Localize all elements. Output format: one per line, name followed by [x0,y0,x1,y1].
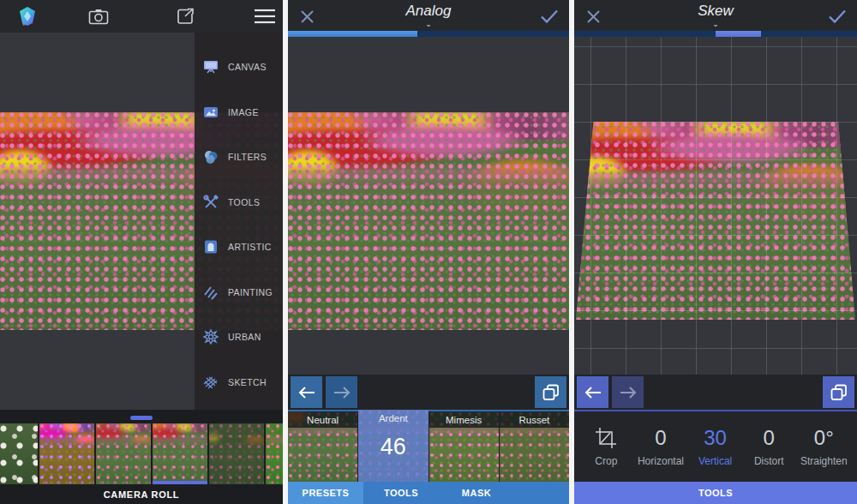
copy-settings-icon[interactable] [823,376,854,408]
filter-strength-slider[interactable] [288,31,569,37]
thumbnail-orange-field[interactable] [39,423,94,484]
thumbnail-selected[interactable] [153,423,207,484]
filters-icon [202,148,219,165]
crop-icon [595,427,617,449]
painting-icon [202,284,219,301]
urban-icon [202,328,219,345]
crop-control[interactable]: Crop [584,427,628,467]
vertical-control[interactable]: 30 Vertical [693,427,738,467]
preset-strip: Neutral Ardent 46 Mimesis Russet [288,411,569,482]
tools-icon [202,194,219,211]
skew-tab-bar: TOOLS [574,482,857,504]
skew-canvas[interactable] [574,37,857,375]
distort-control[interactable]: 0 Distort [746,427,791,467]
tab-bar-filler [514,482,569,504]
redo-button[interactable] [326,376,357,408]
preset-mimesis[interactable]: Mimesis [429,411,499,482]
panel-title: Skew [574,3,857,20]
sidebar-item-canvas[interactable]: CANVAS [195,45,283,90]
main-menu-panel: CANVAS IMAGE [0,0,283,504]
menu-icon[interactable] [254,6,276,27]
title-chevron-icon: ⌄ [288,21,569,28]
sidebar-label: TOOLS [228,197,260,207]
camera-roll-label: CAMERA ROLL [0,484,283,504]
artistic-icon [202,238,219,255]
camera-roll-tray: CAMERA ROLL [0,410,283,504]
tray-drag-handle[interactable] [130,416,153,420]
copy-settings-icon[interactable] [535,376,566,408]
slider-fill [716,31,761,37]
left-header-bar [0,0,283,33]
photo-editor-app: CANVAS IMAGE [0,0,857,504]
sidebar-menu: CANVAS IMAGE [195,33,283,410]
sidebar-item-tools[interactable]: TOOLS [195,180,283,225]
straighten-control[interactable]: 0° Straighten [800,427,848,467]
sidebar-label: IMAGE [228,107,259,117]
app-logo[interactable] [16,6,39,27]
skew-controls-row: Crop 0 Horizontal 30 Vertical 0 Distort … [574,411,857,482]
slider-fill [288,31,417,37]
redo-button[interactable] [612,376,644,408]
analog-canvas[interactable] [288,37,569,375]
left-canvas-area: CANVAS IMAGE [0,33,283,410]
thumbnail-pink-field[interactable] [96,423,151,484]
tab-tools[interactable]: TOOLS [574,482,857,504]
share-icon[interactable] [175,6,197,27]
easel-icon [202,58,219,75]
horizontal-control[interactable]: 0 Horizontal [638,427,684,467]
preset-russet[interactable]: Russet [500,411,569,482]
preset-ardent[interactable]: Ardent 46 [358,410,428,482]
tab-tools[interactable]: TOOLS [363,482,439,504]
skew-tool-panel: Skew ⌄ [574,0,857,504]
preset-neutral[interactable]: Neutral [288,411,357,482]
camera-roll-thumbnails [0,423,283,484]
analog-toolbar [288,375,569,411]
sidebar-item-urban[interactable]: URBAN [195,315,283,360]
panel-divider [569,0,574,504]
sidebar-label: FILTERS [228,152,267,162]
analog-header: Analog ⌄ [288,0,569,31]
thumbnail-garden-path[interactable] [209,423,264,484]
skew-value-slider[interactable] [574,31,857,37]
sidebar-item-painting[interactable]: PAINTING [195,270,283,315]
undo-button[interactable] [577,376,608,408]
apply-check-icon[interactable] [826,5,848,27]
sidebar-item-sketch[interactable]: SKETCH [195,360,283,405]
sidebar-label: SKETCH [228,377,267,387]
sketch-icon [202,374,219,391]
panel-divider [283,0,288,504]
sidebar-label: ARTISTIC [228,242,272,252]
preset-intensity-value: 46 [381,434,406,460]
panel-title: Analog [288,3,569,20]
sidebar-label: CANVAS [228,62,267,72]
sidebar-item-artistic[interactable]: ARTISTIC [195,225,283,270]
title-chevron-icon: ⌄ [574,21,857,28]
thumbnail-magenta-field[interactable] [266,423,283,484]
tab-presets[interactable]: PRESETS [288,482,363,504]
undo-button[interactable] [291,376,322,408]
sidebar-item-image[interactable]: IMAGE [195,90,283,135]
sidebar-label: URBAN [228,332,261,342]
analog-filter-panel: Analog ⌄ [288,0,569,504]
sidebar-label: PAINTING [228,287,273,297]
sidebar-item-filters[interactable]: FILTERS [195,135,283,180]
image-icon [202,104,219,121]
analog-tab-bar: PRESETS TOOLS MASK [288,482,569,504]
tab-mask[interactable]: MASK [439,482,514,504]
apply-check-icon[interactable] [538,5,560,27]
thumbnail-roses[interactable] [0,423,38,484]
edited-photo [288,112,569,330]
skew-toolbar [574,375,857,411]
skewed-photo [576,122,855,320]
camera-icon[interactable] [87,6,110,27]
skew-header: Skew ⌄ [574,0,857,31]
